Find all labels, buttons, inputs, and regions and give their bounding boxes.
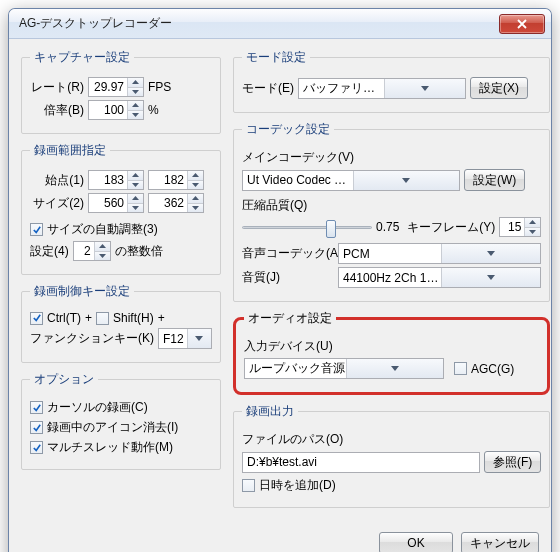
funckey-label: ファンクションキー(K) — [30, 330, 154, 347]
chevron-down-icon — [346, 359, 444, 378]
size-w-spinner[interactable] — [88, 193, 144, 213]
audiocodec-label: 音声コーデック(A) — [242, 245, 334, 262]
cancel-button[interactable]: キャンセル — [461, 532, 539, 552]
chevron-down-icon — [187, 329, 212, 348]
device-label: 入力デバイス(U) — [244, 338, 333, 355]
capture-group: キャプチャー設定 レート(R) FPS 倍率(B) — [21, 49, 221, 134]
size-h-spinner[interactable] — [148, 193, 204, 213]
auto-size-checkbox[interactable]: サイズの自動調整(3) — [30, 221, 158, 238]
agc-checkbox[interactable]: AGC(G) — [454, 362, 514, 376]
start-y-spinner[interactable] — [148, 170, 204, 190]
scale-label: 倍率(B) — [30, 102, 84, 119]
setting4-suffix: の整数倍 — [115, 243, 163, 260]
mode-label: モード(E) — [242, 80, 294, 97]
maincodec-label: メインコーデック(V) — [242, 149, 354, 166]
mode-settings-button[interactable]: 設定(X) — [470, 77, 528, 99]
dialog-window: AG-デスクトップレコーダー キャプチャー設定 レート(R) — [8, 8, 552, 552]
audioquality-label: 音質(J) — [242, 269, 334, 286]
dialog-footer: OK キャンセル — [9, 524, 551, 552]
checkbox-icon — [30, 223, 43, 236]
scale-unit: % — [148, 103, 159, 117]
titlebar: AG-デスクトップレコーダー — [9, 9, 551, 39]
quality-value: 0.75 — [376, 220, 399, 234]
chevron-down-icon — [441, 244, 540, 263]
funckey-combo[interactable]: F12 — [158, 328, 212, 349]
codec-settings-button[interactable]: 設定(W) — [464, 169, 525, 191]
mode-group: モード設定 モード(E) バッファリングエンコード 設定(X) — [233, 49, 550, 113]
audio-legend: オーディオ設定 — [244, 310, 336, 327]
shift-checkbox[interactable]: Shift(H) — [96, 311, 154, 325]
audiocodec-combo[interactable]: PCM — [338, 243, 541, 264]
capture-legend: キャプチャー設定 — [30, 49, 134, 66]
iconhide-checkbox[interactable]: 録画中のアイコン消去(I) — [30, 419, 178, 436]
maincodec-combo[interactable]: Ut Video Codec YUV420 (ULY0) DMO x86 — [242, 170, 460, 191]
window-title: AG-デスクトップレコーダー — [19, 15, 172, 32]
rate-input[interactable] — [89, 78, 127, 96]
area-group: 録画範囲指定 始点(1) サイズ(2) サイズの自動調整(3) — [21, 142, 221, 275]
options-legend: オプション — [30, 371, 98, 388]
ok-button[interactable]: OK — [379, 532, 453, 552]
area-legend: 録画範囲指定 — [30, 142, 110, 159]
rate-label: レート(R) — [30, 79, 84, 96]
chevron-down-icon — [441, 268, 540, 287]
scale-input[interactable] — [89, 101, 127, 119]
path-input[interactable] — [242, 452, 480, 473]
scale-spinner[interactable] — [88, 100, 144, 120]
mode-combo[interactable]: バッファリングエンコード — [298, 78, 466, 99]
close-icon — [517, 19, 527, 29]
codec-legend: コーデック設定 — [242, 121, 334, 138]
setting4-spinner[interactable] — [73, 241, 111, 261]
output-group: 録画出力 ファイルのパス(O) 参照(F) 日時を追加(D) — [233, 403, 550, 508]
codec-group: コーデック設定 メインコーデック(V) Ut Video Codec YUV42… — [233, 121, 550, 302]
keyframe-label: キーフレーム(Y) — [407, 219, 495, 236]
browse-button[interactable]: 参照(F) — [484, 451, 541, 473]
spinner-arrows[interactable] — [127, 101, 143, 119]
output-legend: 録画出力 — [242, 403, 298, 420]
rate-spinner[interactable] — [88, 77, 144, 97]
path-label: ファイルのパス(O) — [242, 431, 343, 448]
cursor-checkbox[interactable]: カーソルの録画(C) — [30, 399, 148, 416]
auto-size-label: サイズの自動調整(3) — [47, 221, 158, 238]
multithread-checkbox[interactable]: マルチスレッド動作(M) — [30, 439, 173, 456]
chevron-down-icon — [353, 171, 460, 190]
audioquality-combo[interactable]: 44100Hz 2Ch 16Bits 1411kbps — [338, 267, 541, 288]
keyframe-spinner[interactable] — [499, 217, 541, 237]
spinner-arrows[interactable] — [127, 78, 143, 96]
ctrlkey-legend: 録画制御キー設定 — [30, 283, 134, 300]
quality-label: 圧縮品質(Q) — [242, 197, 307, 214]
start-label: 始点(1) — [30, 172, 84, 189]
start-x-spinner[interactable] — [88, 170, 144, 190]
options-group: オプション カーソルの録画(C) 録画中のアイコン消去(I) マルチスレッド動作… — [21, 371, 221, 470]
audio-group: オーディオ設定 入力デバイス(U) ループバック音源 AGC(G) — [233, 310, 550, 395]
ctrl-checkbox[interactable]: Ctrl(T) — [30, 311, 81, 325]
rate-unit: FPS — [148, 80, 171, 94]
mode-legend: モード設定 — [242, 49, 310, 66]
ctrlkey-group: 録画制御キー設定 Ctrl(T) + Shift(H) + ファンクションキー(… — [21, 283, 221, 363]
adddate-checkbox[interactable]: 日時を追加(D) — [242, 477, 336, 494]
close-button[interactable] — [499, 14, 545, 34]
chevron-down-icon — [384, 79, 466, 98]
device-combo[interactable]: ループバック音源 — [244, 358, 444, 379]
quality-slider[interactable] — [242, 218, 372, 236]
size-label: サイズ(2) — [30, 195, 84, 212]
setting4-label: 設定(4) — [30, 243, 69, 260]
